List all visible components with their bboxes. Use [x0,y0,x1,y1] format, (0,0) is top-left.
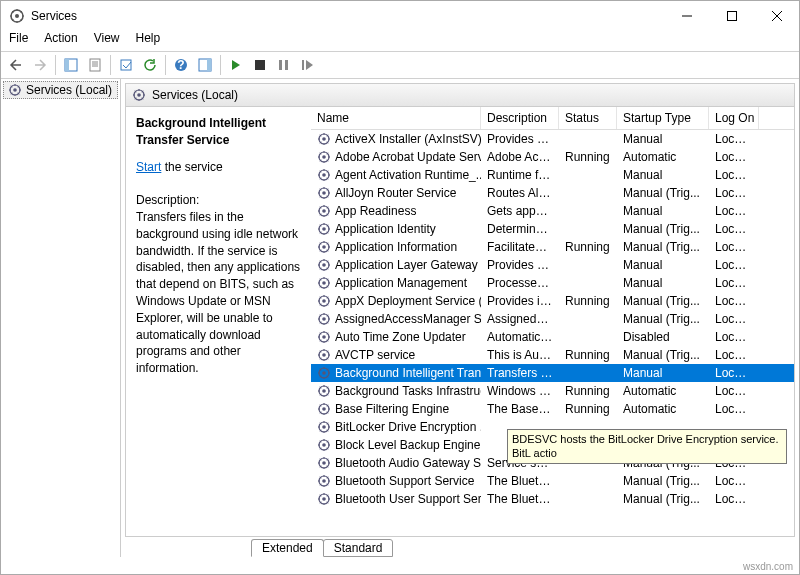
service-desc: The Bluetoo... [481,492,559,506]
svg-point-44 [322,353,326,357]
start-service-link[interactable]: Start [136,160,161,174]
gear-icon [317,456,331,470]
tooltip: BDESVC hosts the BitLocker Drive Encrypt… [507,429,787,464]
stop-service-button[interactable] [249,54,271,76]
service-logon: Local Se [709,474,759,488]
menu-file[interactable]: File [9,31,28,51]
col-startup[interactable]: Startup Type [617,107,709,129]
service-desc: Automatica... [481,330,559,344]
close-button[interactable] [754,1,799,31]
service-name: Background Tasks Infrastruc... [335,384,481,398]
service-row[interactable]: Background Tasks Infrastruc...Windows in… [311,382,794,400]
service-name: App Readiness [335,204,416,218]
service-row[interactable]: Base Filtering EngineThe Base Fil...Runn… [311,400,794,418]
service-row[interactable]: Application IdentityDetermines ...Manual… [311,220,794,238]
app-icon [9,8,25,24]
gear-icon [132,88,146,102]
minimize-button[interactable] [664,1,709,31]
service-row[interactable]: AppX Deployment Service (...Provides inf… [311,292,794,310]
pause-service-button[interactable] [273,54,295,76]
service-desc: Provides inf... [481,294,559,308]
col-status[interactable]: Status [559,107,617,129]
service-row[interactable]: Application Layer Gateway ...Provides su… [311,256,794,274]
list-header-title: Services (Local) [152,88,238,102]
start-service-button[interactable] [225,54,247,76]
gear-icon [317,186,331,200]
service-logon: Local Se [709,222,759,236]
service-row[interactable]: Auto Time Zone UpdaterAutomatica...Disab… [311,328,794,346]
service-row[interactable]: AVCTP serviceThis is Audi...RunningManua… [311,346,794,364]
service-name: Application Management [335,276,467,290]
col-description[interactable]: Description [481,107,559,129]
service-row[interactable]: App ReadinessGets apps re...ManualLocal … [311,202,794,220]
forward-button[interactable] [29,54,51,76]
svg-point-32 [322,245,326,249]
svg-point-1 [15,14,19,18]
export-button[interactable] [115,54,137,76]
service-startup: Manual (Trig... [617,186,709,200]
service-name: Background Intelligent Tran... [335,366,481,380]
service-logon: Local Sy [709,168,759,182]
svg-rect-11 [255,60,265,70]
service-row[interactable]: Application InformationFacilitates t...R… [311,238,794,256]
menu-action[interactable]: Action [44,31,77,51]
service-desc: Routes AllJo... [481,186,559,200]
help-button[interactable]: ? [170,54,192,76]
service-logon: Local Sy [709,384,759,398]
service-row[interactable]: Bluetooth User Support Ser...The Bluetoo… [311,490,794,508]
svg-point-16 [13,88,17,92]
service-row[interactable]: Background Intelligent Tran...Transfers … [311,364,794,382]
service-logon: Local Sy [709,276,759,290]
gear-icon [317,258,331,272]
service-logon: Local Se [709,258,759,272]
service-row[interactable]: Agent Activation Runtime_...Runtime for.… [311,166,794,184]
service-desc: This is Audi... [481,348,559,362]
svg-point-60 [322,497,326,501]
properties-button[interactable] [84,54,106,76]
service-desc: Adobe Acro... [481,150,559,164]
service-row[interactable]: ActiveX Installer (AxInstSV)Provides Us.… [311,130,794,148]
show-hide-tree-button[interactable] [60,54,82,76]
tree-pane: Services (Local) [1,79,121,557]
svg-point-20 [322,137,326,141]
service-row[interactable]: AllJoyn Router ServiceRoutes AllJo...Man… [311,184,794,202]
tab-standard[interactable]: Standard [323,539,394,557]
col-logon[interactable]: Log On [709,107,759,129]
service-name: Bluetooth Audio Gateway S... [335,456,481,470]
svg-rect-10 [207,59,211,71]
tab-extended[interactable]: Extended [251,539,324,557]
col-name[interactable]: Name [311,107,481,129]
gear-icon [317,384,331,398]
start-service-link-row: Start the service [136,159,301,176]
refresh-button[interactable] [139,54,161,76]
show-hide-action-button[interactable] [194,54,216,76]
service-row[interactable]: AssignedAccessManager Se...AssignedAc...… [311,310,794,328]
gear-icon [317,366,331,380]
watermark: wsxdn.com [743,561,793,572]
restart-service-button[interactable] [297,54,319,76]
menu-view[interactable]: View [94,31,120,51]
service-row[interactable]: Bluetooth Support ServiceThe Bluetoo...M… [311,472,794,490]
menu-help[interactable]: Help [136,31,161,51]
service-startup: Manual (Trig... [617,240,709,254]
service-startup: Automatic [617,402,709,416]
service-name: Bluetooth User Support Ser... [335,492,481,506]
service-startup: Manual [617,204,709,218]
service-row[interactable]: Application ManagementProcesses in...Man… [311,274,794,292]
service-startup: Manual (Trig... [617,294,709,308]
gear-icon [8,83,22,97]
service-desc: Facilitates t... [481,240,559,254]
service-name: Application Identity [335,222,436,236]
service-logon: Local Sy [709,240,759,254]
service-name: AVCTP service [335,348,415,362]
gear-icon [317,492,331,506]
description-text: Transfers files in the background using … [136,209,301,377]
svg-point-28 [322,209,326,213]
service-row[interactable]: Adobe Acrobat Update Serv...Adobe Acro..… [311,148,794,166]
svg-text:?: ? [177,58,184,72]
maximize-button[interactable] [709,1,754,31]
service-startup: Manual [617,168,709,182]
tree-root[interactable]: Services (Local) [3,81,118,99]
service-startup: Manual (Trig... [617,348,709,362]
back-button[interactable] [5,54,27,76]
